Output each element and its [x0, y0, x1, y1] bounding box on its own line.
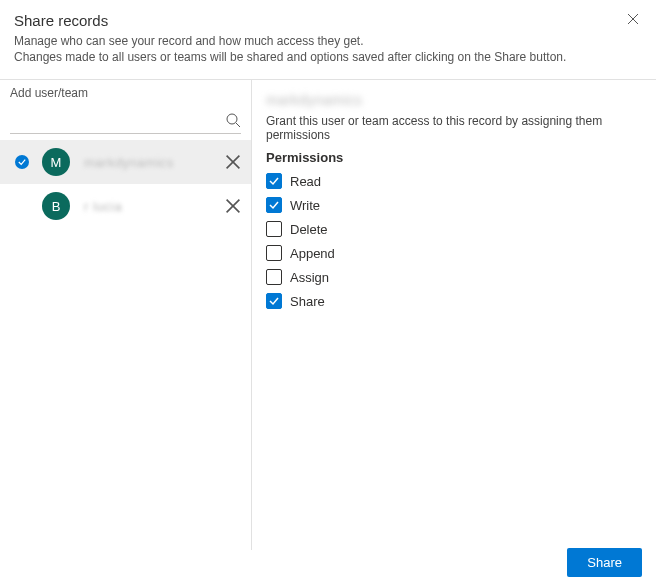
search-icon[interactable] — [225, 112, 241, 128]
permission-share[interactable]: Share — [266, 291, 642, 311]
subtitle-line: Changes made to all users or teams will … — [14, 49, 642, 65]
remove-user-button[interactable] — [225, 198, 241, 214]
remove-user-button[interactable] — [225, 154, 241, 170]
close-icon — [627, 13, 639, 25]
user-name: r lucia — [84, 199, 225, 214]
search-input[interactable] — [10, 108, 225, 131]
checkbox-icon — [266, 221, 282, 237]
permission-label: Append — [290, 246, 335, 261]
svg-point-0 — [227, 114, 237, 124]
checkbox-icon — [266, 269, 282, 285]
share-button[interactable]: Share — [567, 548, 642, 577]
user-item[interactable]: B r lucia — [0, 184, 251, 228]
right-pane: markdynamics Grant this user or team acc… — [252, 80, 656, 550]
left-pane: Add user/team M markdynamics — [0, 80, 252, 550]
svg-line-1 — [236, 123, 240, 127]
subtitle-line: Manage who can see your record and how m… — [14, 33, 642, 49]
close-button[interactable] — [624, 10, 642, 28]
permission-assign[interactable]: Assign — [266, 267, 642, 287]
close-icon — [225, 198, 241, 214]
permission-label: Share — [290, 294, 325, 309]
dialog-title: Share records — [14, 12, 642, 29]
dialog-footer: Share — [567, 548, 642, 577]
selected-user-name: markdynamics — [266, 92, 642, 108]
checkbox-icon — [266, 197, 282, 213]
close-icon — [225, 154, 241, 170]
permission-read[interactable]: Read — [266, 171, 642, 191]
permission-delete[interactable]: Delete — [266, 219, 642, 239]
check-icon — [15, 155, 29, 169]
checkbox-icon — [266, 173, 282, 189]
permission-label: Read — [290, 174, 321, 189]
add-user-label: Add user/team — [0, 80, 251, 104]
user-item[interactable]: M markdynamics — [0, 140, 251, 184]
checkbox-icon — [266, 245, 282, 261]
user-list: M markdynamics B r lucia — [0, 140, 251, 228]
selected-indicator — [14, 154, 30, 170]
permission-label: Delete — [290, 222, 328, 237]
dialog-body: Add user/team M markdynamics — [0, 80, 656, 550]
avatar: M — [42, 148, 70, 176]
grant-description: Grant this user or team access to this r… — [266, 114, 642, 142]
user-name: markdynamics — [84, 155, 225, 170]
permission-append[interactable]: Append — [266, 243, 642, 263]
permissions-list: Read Write Delete Append Assign Share — [266, 171, 642, 311]
search-row — [10, 106, 241, 134]
permission-label: Write — [290, 198, 320, 213]
dialog-subtitle: Manage who can see your record and how m… — [14, 33, 642, 65]
permission-label: Assign — [290, 270, 329, 285]
permissions-heading: Permissions — [266, 150, 642, 165]
checkbox-icon — [266, 293, 282, 309]
dialog-header: Share records Manage who can see your re… — [0, 0, 656, 73]
avatar: B — [42, 192, 70, 220]
permission-write[interactable]: Write — [266, 195, 642, 215]
